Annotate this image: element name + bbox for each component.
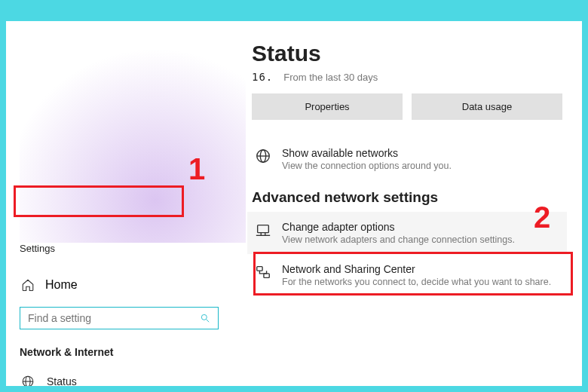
annotation-marker-1: 1 — [188, 152, 205, 186]
settings-window: Settings Home Network & Internet Status — [6, 21, 582, 386]
properties-button[interactable]: Properties — [252, 93, 403, 120]
svg-rect-16 — [258, 225, 269, 233]
main-content: Status 16. From the last 30 days Propert… — [232, 21, 582, 386]
link-title: Change adapter options — [282, 221, 515, 233]
annotation-marker-2: 2 — [534, 201, 550, 234]
globe-icon — [21, 375, 35, 386]
annotation-box-1 — [14, 185, 184, 217]
status-row: 16. From the last 30 days — [252, 71, 562, 83]
page-title: Status — [252, 41, 562, 66]
svg-line-1 — [207, 320, 210, 323]
show-available-networks[interactable]: Show available networks View the connect… — [252, 138, 562, 180]
link-title: Show available networks — [282, 147, 452, 159]
link-desc: View network adapters and change connect… — [282, 234, 515, 245]
network-strength-icon: 16. — [252, 71, 273, 83]
link-text: Change adapter options View network adap… — [282, 221, 515, 245]
link-desc: View the connection options around you. — [282, 161, 452, 171]
section-label: Network & Internet — [20, 346, 219, 358]
adapter-icon — [255, 222, 271, 238]
search-box[interactable] — [20, 307, 219, 329]
change-adapter-options[interactable]: Change adapter options View network adap… — [247, 212, 567, 254]
globe-icon — [255, 148, 271, 164]
search-input[interactable] — [28, 312, 200, 324]
annotation-box-2 — [253, 252, 573, 296]
home-nav[interactable]: Home — [20, 275, 219, 295]
nav-label: Status — [47, 375, 77, 386]
app-title: Settings — [20, 243, 219, 254]
status-subtext: From the last 30 days — [283, 72, 378, 83]
data-usage-button[interactable]: Data usage — [412, 93, 562, 120]
advanced-heading: Advanced network settings — [252, 189, 562, 206]
status-buttons: Properties Data usage — [252, 93, 562, 120]
home-label: Home — [45, 278, 78, 292]
sidebar-item-status[interactable]: Status — [20, 366, 219, 386]
search-icon — [200, 313, 210, 323]
home-icon — [21, 278, 35, 292]
link-text: Show available networks View the connect… — [282, 147, 452, 171]
svg-point-0 — [201, 314, 207, 320]
